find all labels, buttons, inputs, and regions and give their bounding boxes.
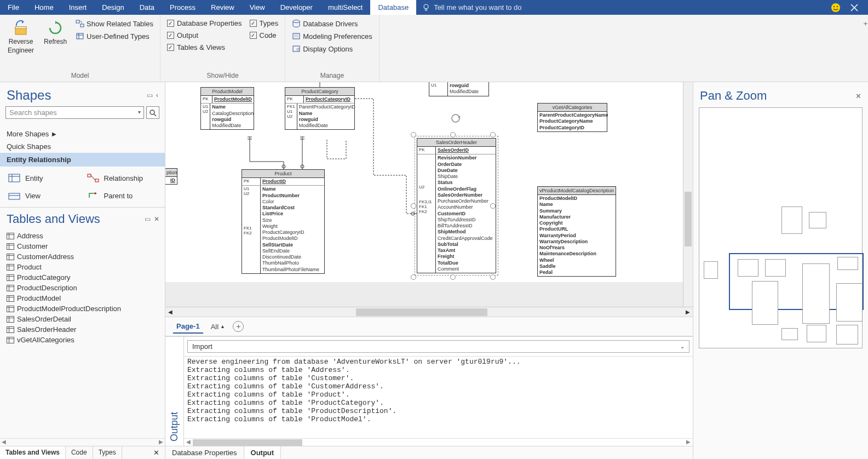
menu-data[interactable]: Data [132, 0, 162, 15]
menu-bar: File Home Insert Design Data Process Rev… [0, 0, 868, 15]
canvas-viewport[interactable]: ptionIDProductModelPKProductModelIDU1 U2… [165, 82, 693, 307]
add-page-button[interactable]: ＋ [233, 321, 244, 332]
vertical-scrollbar[interactable] [683, 82, 693, 307]
entity-ProductCategory[interactable]: ProductCategoryPKProductCategoryIDFK1 U1… [285, 87, 355, 130]
tv-tab-types[interactable]: Types [93, 446, 122, 459]
selection-handle[interactable] [490, 274, 496, 280]
scroll-right-icon[interactable]: ▶ [157, 439, 165, 446]
shapes-search-button[interactable] [146, 106, 159, 119]
lightbulb-icon [422, 3, 430, 12]
reverse-engineer-button[interactable]: Reverse Engineer [4, 17, 37, 71]
svg-rect-30 [7, 316, 14, 322]
table-item[interactable]: Customer [0, 241, 165, 251]
menu-file[interactable]: File [0, 0, 27, 15]
entity-vGetAllCategories[interactable]: vGetAllCategoriesParentProductCategoryNa… [537, 103, 607, 132]
menu-review[interactable]: Review [203, 0, 242, 15]
show-related-tables-button[interactable]: Show Related Tables [73, 18, 156, 29]
entity-Product[interactable]: ProductPKProductIDU1 U2 FK1 FK2NameProdu… [242, 169, 325, 274]
table-item[interactable]: vGetAllCategories [0, 335, 165, 345]
scroll-left-icon[interactable]: ◀ [0, 439, 8, 446]
table-item[interactable]: ProductDescription [0, 283, 165, 293]
display-icon [292, 44, 301, 53]
page-tab-1[interactable]: Page-1 [173, 320, 203, 334]
entity-address-partial[interactable]: U1rowguidModifiedDate [429, 82, 489, 96]
menu-multiselect[interactable]: multiSelect [320, 0, 371, 15]
entity-vProductModelCatalogDescription[interactable]: vProductModelCatalogDescriptionProductMo… [537, 186, 616, 277]
user-defined-types-button[interactable]: User-Defined Types [73, 31, 156, 42]
selection-handle[interactable] [411, 203, 416, 209]
menu-design[interactable]: Design [94, 0, 131, 15]
refresh-button[interactable]: Refresh [41, 17, 70, 71]
shape-relationship[interactable]: Relationship [84, 171, 160, 185]
svg-point-35 [282, 165, 285, 168]
cb-database-properties[interactable]: ✓Database Properties [165, 18, 244, 28]
entity-relationship-category[interactable]: Entity Relationship [0, 153, 165, 167]
tables-views-panel: Tables and Views ▭✕ AddressCustomerCusto… [0, 207, 165, 459]
pz-add-icon[interactable]: ＋ [862, 19, 868, 28]
canvas-area: ptionIDProductModelPKProductModelIDU1 U2… [165, 82, 693, 459]
entity-productdescription[interactable]: ptionID [165, 168, 177, 185]
menu-view[interactable]: View [242, 0, 273, 15]
selection-handle[interactable] [411, 274, 416, 280]
shape-parent-to[interactable]: Parent to [84, 188, 160, 203]
tv-close-icon[interactable]: ✕ [154, 215, 159, 223]
close-icon[interactable] [850, 4, 858, 12]
page-all-tab[interactable]: All▲ [211, 323, 225, 331]
svg-point-3 [833, 5, 835, 7]
modeling-preferences-button[interactable]: Modeling Preferences [290, 31, 374, 42]
menu-developer[interactable]: Developer [273, 0, 320, 15]
bottom-tab-output[interactable]: Output [244, 446, 281, 459]
shape-entity[interactable]: Entity [5, 171, 81, 185]
cb-types[interactable]: ✓Types [248, 18, 281, 28]
selection-handle[interactable] [411, 132, 416, 137]
tv-tab-tables[interactable]: Tables and Views [0, 446, 66, 459]
ribbon-group-manage: Database Drivers Modeling Preferences Di… [285, 15, 379, 82]
selection-handle[interactable] [490, 132, 496, 137]
table-item[interactable]: Product [0, 262, 165, 272]
quick-shapes-link[interactable]: Quick Shapes [0, 140, 165, 153]
display-options-button[interactable]: Display Options [290, 43, 374, 54]
shape-view[interactable]: View [5, 188, 81, 203]
entity-ProductModel[interactable]: ProductModelPKProductModelIDU1 U2NameCat… [200, 87, 254, 130]
entity-SalesOrderHeader[interactable]: SalesOrderHeaderPKSalesOrderID U2 FK3,I1… [417, 138, 496, 273]
cb-tables-views[interactable]: ✓Tables & Views [165, 42, 244, 53]
table-item[interactable]: CustomerAddress [0, 251, 165, 262]
table-item[interactable]: Address [0, 231, 165, 241]
tv-window-icon[interactable]: ▭ [145, 215, 151, 223]
tables-views-list[interactable]: AddressCustomerCustomerAddressProductPro… [0, 228, 165, 438]
cb-output[interactable]: ✓Output [165, 30, 244, 41]
table-icon [7, 337, 14, 343]
pz-close-icon[interactable]: ✕ [855, 92, 861, 100]
tv-tab-code[interactable]: Code [66, 446, 93, 459]
menu-process[interactable]: Process [162, 0, 203, 15]
pan-zoom-canvas[interactable] [699, 107, 863, 348]
rotate-handle[interactable] [450, 113, 461, 124]
show-related-label: Show Related Tables [87, 20, 153, 28]
selection-handle[interactable] [450, 274, 456, 280]
horizontal-scrollbar[interactable]: ◀▶ [165, 307, 693, 317]
table-item[interactable]: ProductModelProductDescription [0, 303, 165, 314]
tell-me-search[interactable]: Tell me what you want to do [416, 0, 831, 15]
shapes-search-input[interactable]: Search shapes [5, 106, 144, 119]
table-item[interactable]: SalesOrderDetail [0, 314, 165, 324]
svg-point-12 [293, 20, 300, 23]
menu-insert[interactable]: Insert [61, 0, 95, 15]
menu-home[interactable]: Home [27, 0, 61, 15]
tv-tab-close[interactable]: ✕ [148, 446, 165, 459]
bottom-tab-db-props[interactable]: Database Properties [165, 446, 244, 459]
database-drivers-button[interactable]: Database Drivers [290, 18, 374, 29]
cb-code[interactable]: ✓Code [248, 30, 281, 41]
table-item[interactable]: ProductCategory [0, 272, 165, 283]
window-arrange-icon[interactable]: ▭ [147, 91, 153, 99]
output-log[interactable]: Reverse engineering from database 'Adven… [184, 356, 693, 438]
table-item[interactable]: ProductModel [0, 293, 165, 303]
selection-handle[interactable] [450, 132, 456, 137]
user-types-icon [76, 32, 84, 41]
smiley-icon[interactable] [831, 3, 841, 13]
more-shapes-link[interactable]: More Shapes ▶ [0, 128, 165, 140]
collapse-icon[interactable]: ‹ [156, 91, 158, 99]
selection-handle[interactable] [490, 203, 496, 209]
output-dropdown[interactable]: Import⌄ [187, 340, 689, 353]
table-item[interactable]: SalesOrderHeader [0, 324, 165, 335]
menu-database[interactable]: Database [370, 0, 416, 15]
